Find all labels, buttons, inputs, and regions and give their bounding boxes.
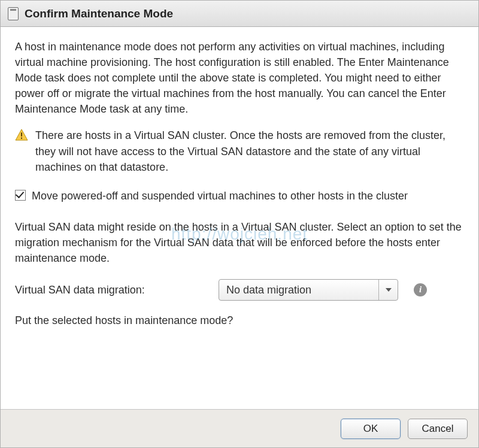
vsan-paragraph: Virtual SAN data might reside on the hos… (15, 219, 464, 266)
intro-text: A host in maintenance mode does not perf… (15, 39, 464, 117)
warning-text: There are hosts in a Virtual SAN cluster… (35, 128, 464, 174)
confirm-maintenance-dialog: Confirm Maintenance Mode A host in maint… (0, 0, 479, 448)
ok-button[interactable]: OK (341, 419, 401, 439)
info-icon[interactable]: i (414, 283, 427, 296)
move-vms-label: Move powered-off and suspended virtual m… (32, 188, 464, 204)
vsan-migration-select[interactable]: No data migration (219, 279, 398, 301)
vsan-migration-label: Virtual SAN data migration: (15, 282, 207, 298)
confirm-question: Put the selected hosts in maintenance mo… (15, 313, 464, 328)
svg-rect-1 (21, 133, 22, 137)
vsan-migration-row: Virtual SAN data migration: No data migr… (15, 279, 464, 301)
move-vms-row: Move powered-off and suspended virtual m… (15, 188, 464, 204)
svg-rect-2 (21, 138, 22, 139)
dialog-title: Confirm Maintenance Mode (25, 7, 173, 20)
dropdown-button[interactable] (378, 280, 398, 300)
vsan-migration-value: No data migration (219, 282, 378, 298)
dialog-footer: OK Cancel (1, 409, 478, 447)
cancel-button[interactable]: Cancel (408, 419, 468, 439)
dialog-body: A host in maintenance mode does not perf… (1, 27, 478, 409)
move-vms-checkbox[interactable] (15, 190, 26, 201)
warning-row: There are hosts in a Virtual SAN cluster… (15, 128, 464, 174)
host-icon (8, 7, 19, 20)
chevron-down-icon (386, 288, 392, 292)
warning-icon (15, 129, 28, 141)
dialog-titlebar: Confirm Maintenance Mode (1, 1, 478, 27)
